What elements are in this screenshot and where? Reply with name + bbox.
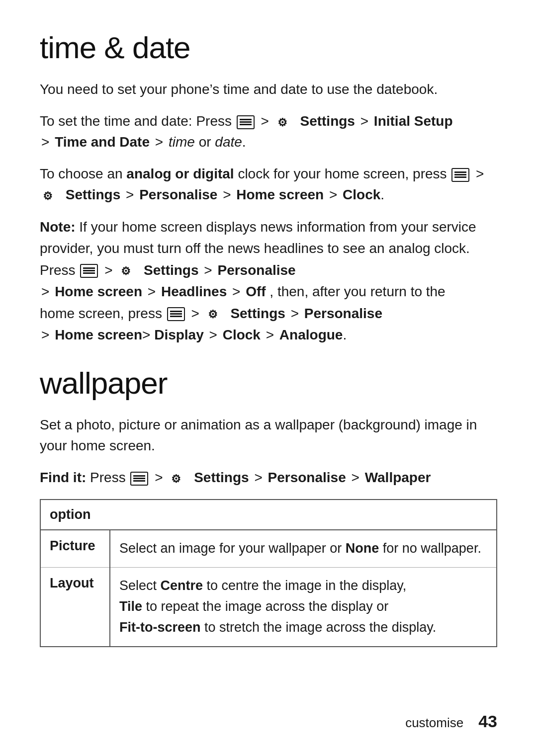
- arrow-7: >: [223, 184, 231, 205]
- arrow-14: >: [191, 303, 199, 324]
- option-picture-label: Picture: [40, 530, 110, 567]
- footer-label: customise: [405, 715, 463, 731]
- note-personalise2: Personalise: [304, 306, 382, 321]
- settings-icon-5: ⚙: [169, 472, 189, 486]
- layout-tile: Tile: [119, 599, 142, 614]
- menu-icon-1: [237, 115, 255, 129]
- svg-text:⚙: ⚙: [43, 190, 53, 202]
- table-header: option: [40, 500, 497, 530]
- arrow-2: >: [360, 111, 368, 132]
- arrow-21: >: [352, 467, 359, 488]
- menu-icon-2: [451, 168, 469, 182]
- note-label: Note:: [40, 219, 76, 235]
- option-layout-label: Layout: [40, 568, 110, 647]
- svg-text:⚙: ⚙: [121, 265, 131, 277]
- para2-settings: Settings: [300, 113, 355, 129]
- note-display: Display: [154, 327, 204, 342]
- section1-para2: To set the time and date: Press > ⚙ Sett…: [40, 111, 497, 153]
- para2-initial-setup: Initial Setup: [374, 113, 453, 129]
- para2-or: or: [199, 134, 215, 150]
- arrow-5: >: [476, 164, 484, 184]
- note-homescreen2: Home screen: [55, 327, 142, 342]
- para3-personalise: Personalise: [139, 187, 217, 202]
- para3-settings: Settings: [66, 187, 120, 202]
- section1-para3: To choose an analog or digital clock for…: [40, 164, 497, 205]
- arrow-8: >: [329, 184, 337, 205]
- picture-desc-pre: Select an image for your wallpaper or: [119, 541, 342, 556]
- findit-settings: Settings: [194, 470, 249, 485]
- arrow-20: >: [254, 467, 262, 488]
- picture-desc-bold: None: [346, 541, 379, 556]
- settings-icon-2: ⚙: [41, 189, 61, 203]
- svg-text:⚙: ⚙: [208, 308, 218, 321]
- note-analogue: Analogue: [279, 327, 343, 342]
- table-row: Layout Select Centre to centre the image…: [40, 568, 497, 647]
- options-table: option Picture Select an image for your …: [40, 499, 497, 647]
- arrow-10: >: [204, 259, 212, 281]
- footer: customise 43: [405, 712, 497, 731]
- para2-time: time: [169, 134, 195, 150]
- layout-fittoscreen: Fit-to-screen: [119, 620, 201, 635]
- note-homescreen-phrase: home screen, press: [40, 306, 166, 321]
- arrow-15: >: [291, 303, 299, 324]
- arrow-12: >: [148, 281, 156, 302]
- svg-text:⚙: ⚙: [171, 473, 181, 485]
- table-row: Picture Select an image for your wallpap…: [40, 530, 497, 567]
- arrow-6: >: [126, 184, 134, 205]
- note-clock: Clock: [223, 327, 261, 342]
- menu-icon-4: [167, 307, 185, 321]
- arrow-11: >: [41, 281, 49, 302]
- svg-text:⚙: ⚙: [277, 116, 287, 129]
- arrow-13: >: [232, 281, 240, 302]
- settings-icon-3: ⚙: [119, 264, 139, 278]
- findit-label: Find it:: [40, 470, 86, 485]
- menu-icon-3: [80, 264, 98, 278]
- arrow-19: >: [155, 467, 163, 488]
- arrow-1: >: [261, 111, 269, 132]
- layout-centre: Centre: [161, 578, 203, 593]
- findit-personalise: Personalise: [268, 470, 346, 485]
- option-picture-desc: Select an image for your wallpaper or No…: [110, 530, 497, 567]
- page-content: time & date You need to set your phone’s…: [40, 30, 497, 647]
- para2-date: date: [215, 134, 242, 150]
- section1-title: time & date: [40, 30, 497, 65]
- footer-page-number: 43: [478, 712, 497, 731]
- note-then: , then, after you return to the: [269, 284, 445, 299]
- settings-icon-1: ⚙: [275, 115, 295, 129]
- para3-mid: clock for your home screen, press: [238, 166, 447, 181]
- findit-wallpaper: Wallpaper: [365, 470, 431, 485]
- para2-prefix: To set the time and date: Press: [40, 113, 232, 129]
- para3-prefix: To choose an: [40, 166, 123, 181]
- para3-clock: Clock: [343, 187, 380, 202]
- menu-icon-5: [130, 472, 148, 486]
- section2-para1: Set a photo, picture or animation as a w…: [40, 415, 497, 456]
- note-headlines: Headlines: [161, 284, 227, 299]
- arrow-4: >: [155, 132, 163, 153]
- option-layout-desc: Select Centre to centre the image in the…: [110, 568, 497, 647]
- note-homescreen1: Home screen: [55, 284, 142, 299]
- arrow-16: >: [41, 324, 49, 345]
- section1-note: Note: If your home screen displays news …: [40, 216, 497, 345]
- settings-icon-4: ⚙: [206, 307, 226, 321]
- arrow-17: >: [209, 324, 217, 345]
- note-personalise1: Personalise: [217, 262, 295, 278]
- note-off: Off: [246, 284, 266, 299]
- findit-press: Press: [90, 470, 129, 485]
- para3-bold: analog or digital: [126, 166, 238, 181]
- section1-para1: You need to set your phone’s time and da…: [40, 79, 497, 100]
- arrow-18: >: [266, 324, 274, 345]
- para2-time-and-date: Time and Date: [55, 134, 150, 150]
- picture-desc-post: for no wallpaper.: [383, 541, 481, 556]
- section2-title: wallpaper: [40, 365, 497, 401]
- para3-homescreen: Home screen: [236, 187, 324, 202]
- find-it-line: Find it: Press > ⚙ Settings > Personalis…: [40, 467, 497, 488]
- arrow-9: >: [104, 259, 112, 281]
- note-settings2: Settings: [230, 306, 285, 321]
- arrow-3: >: [41, 132, 49, 153]
- note-settings1: Settings: [144, 262, 198, 278]
